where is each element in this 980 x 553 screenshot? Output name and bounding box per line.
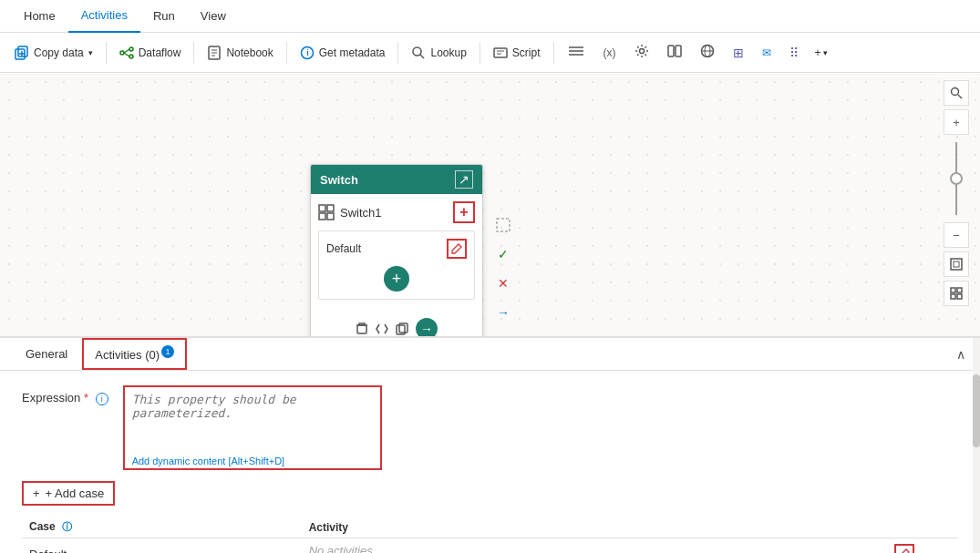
divider-6 — [553, 42, 554, 64]
expression-text: Expression — [22, 391, 80, 405]
divider-1 — [106, 42, 107, 64]
notebook-icon — [207, 46, 222, 60]
add-case-button[interactable]: + + Add case — [22, 481, 115, 506]
more-button[interactable]: + ▾ — [810, 43, 833, 63]
case-header-label: Case — [29, 520, 56, 533]
svg-rect-25 — [676, 46, 681, 56]
svg-point-5 — [129, 47, 133, 51]
notebook-button[interactable]: Notebook — [200, 42, 280, 64]
zoom-out-icon: − — [953, 229, 960, 242]
switch-row: Switch1 + — [318, 201, 475, 223]
lookup-button[interactable]: Lookup — [404, 42, 473, 64]
arrow-button[interactable]: → — [416, 318, 438, 337]
outlook-button[interactable]: ✉ — [755, 43, 779, 63]
switch-instance-name: Switch1 — [340, 206, 382, 220]
svg-point-6 — [129, 55, 133, 58]
search-canvas-button[interactable] — [944, 80, 969, 106]
side-check-icon[interactable]: ✓ — [492, 243, 514, 265]
activity-column-header: Activity — [302, 517, 958, 538]
copy-data-button[interactable]: Copy data ▾ — [7, 42, 100, 64]
settings-icon — [634, 44, 649, 61]
switch-expand-button[interactable]: ↗ — [455, 170, 473, 189]
menu-activities[interactable]: Activities — [68, 0, 140, 33]
variable-button[interactable]: (x) — [596, 43, 624, 63]
svg-rect-43 — [951, 294, 955, 299]
default-edit-button[interactable] — [447, 239, 467, 259]
zoom-slider[interactable] — [955, 142, 957, 215]
columns-button[interactable] — [660, 40, 689, 65]
svg-rect-24 — [668, 46, 674, 56]
divider-4 — [397, 42, 398, 64]
activities-tab-label: Activities (0) — [95, 349, 160, 363]
code-button[interactable] — [376, 323, 388, 335]
case-table: Case ⓘ Activity Default No activities — [22, 517, 958, 553]
activity-value: No activities — [302, 538, 958, 554]
add-case-label: + Add case — [46, 486, 105, 500]
menu-home[interactable]: Home — [11, 0, 68, 33]
switch-instance: Switch1 — [318, 204, 382, 220]
panel-collapse-button[interactable]: ∧ — [956, 347, 965, 362]
default-header: Default — [326, 239, 467, 259]
pencil-icon — [451, 243, 462, 254]
svg-rect-40 — [954, 261, 959, 267]
svg-rect-1 — [18, 46, 27, 56]
panel-scrollbar[interactable] — [973, 338, 980, 553]
lines-icon-button[interactable] — [560, 40, 593, 65]
svg-rect-31 — [319, 213, 325, 220]
menu-run[interactable]: Run — [140, 0, 188, 33]
side-close-icon[interactable]: ✕ — [492, 272, 514, 294]
fit-selection-button[interactable] — [944, 281, 969, 306]
globe-button[interactable] — [693, 40, 722, 65]
switch-add-button[interactable]: + — [453, 201, 475, 223]
switch-body: Switch1 + Default + — [311, 194, 482, 314]
settings-button[interactable] — [627, 40, 656, 65]
get-metadata-button[interactable]: i Get metadata — [293, 42, 393, 64]
zoom-in-button[interactable]: + — [944, 109, 969, 135]
apps-button[interactable]: ⠿ — [782, 42, 806, 64]
activities-badge: 1 — [161, 345, 174, 358]
more-label: + — [815, 46, 821, 59]
svg-point-15 — [413, 47, 421, 56]
default-label: Default — [326, 242, 361, 255]
svg-rect-36 — [497, 219, 510, 231]
tab-general[interactable]: General — [15, 342, 78, 366]
case-info-icon: ⓘ — [62, 521, 72, 532]
lookup-label: Lookup — [430, 46, 466, 59]
side-resize-icon[interactable] — [492, 214, 514, 236]
add-case-icon: + — [33, 486, 40, 500]
svg-rect-30 — [327, 205, 334, 211]
svg-rect-41 — [951, 288, 955, 292]
menu-bar: Home Activities Run View — [0, 0, 980, 33]
zoom-out-button[interactable]: − — [944, 222, 969, 248]
dynamic-content-link[interactable]: Add dynamic content [Alt+Shift+D] — [125, 454, 380, 468]
divider-2 — [193, 42, 194, 64]
toolbar: Copy data ▾ Dataflow Notebook i Get meta… — [0, 33, 980, 73]
case-edit-button[interactable] — [894, 544, 914, 553]
menu-view[interactable]: View — [188, 0, 239, 33]
canvas-area[interactable]: Switch ↗ Switch1 + — [0, 73, 980, 337]
delete-button[interactable] — [356, 323, 368, 335]
tab-activities[interactable]: Activities (0)1 — [82, 338, 187, 369]
svg-point-37 — [952, 88, 959, 96]
expression-info-icon: i — [96, 393, 108, 405]
more-dropdown-icon: ▾ — [823, 48, 828, 57]
copy-button[interactable] — [396, 323, 408, 335]
variable-icon: (x) — [603, 46, 616, 59]
svg-rect-29 — [319, 205, 325, 211]
svg-text:i: i — [306, 48, 309, 57]
side-arrow-icon[interactable]: → — [492, 302, 514, 323]
svg-rect-33 — [357, 325, 366, 333]
get-metadata-icon: i — [300, 46, 315, 60]
expression-textarea[interactable] — [125, 387, 380, 451]
arrow-icon: → — [420, 322, 433, 336]
teams-button[interactable]: ⊞ — [726, 42, 751, 64]
svg-line-8 — [124, 53, 129, 56]
switch-instance-icon — [318, 204, 335, 220]
fit-screen-button[interactable] — [944, 251, 969, 277]
dataflow-button[interactable]: Dataflow — [112, 42, 189, 64]
add-activity-button[interactable]: + — [384, 266, 409, 292]
switch-actions: → — [311, 314, 482, 337]
script-button[interactable]: Script — [486, 42, 548, 64]
canvas-controls: + − — [944, 80, 969, 306]
apps-icon: ⠿ — [789, 46, 799, 60]
